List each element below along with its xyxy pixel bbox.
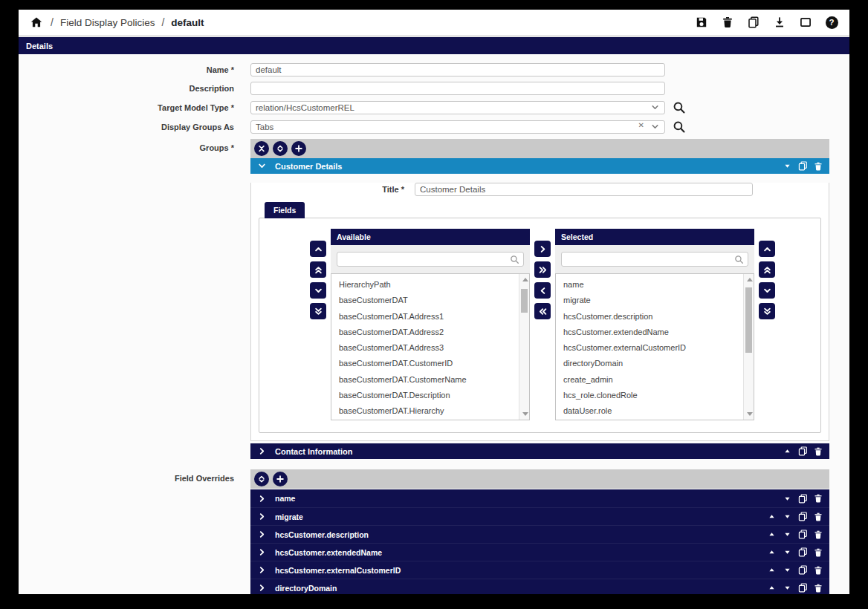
move-up-button[interactable] <box>766 565 777 576</box>
clone-group-button[interactable] <box>797 446 808 457</box>
field-override-row[interactable]: hcsCustomer.extendedName <box>250 543 829 561</box>
available-list-item[interactable]: baseCustomerDAT <box>331 293 529 308</box>
available-list-item[interactable]: baseCustomerDAT.Address1 <box>331 309 529 325</box>
move-left-button[interactable] <box>534 282 551 299</box>
clear-icon[interactable]: ✕ <box>638 121 644 129</box>
clone-row-button[interactable] <box>797 583 808 593</box>
add-field-override-button[interactable] <box>273 472 288 486</box>
group-title-input[interactable] <box>415 183 753 196</box>
available-list-item[interactable]: baseCustomerDAT.CustomerName <box>331 372 529 388</box>
move-down-button[interactable] <box>782 512 792 522</box>
display-groups-as-select[interactable]: ✕ <box>250 120 665 134</box>
move-top-button[interactable] <box>310 261 326 278</box>
selected-list-item[interactable]: hcsCustomer.extendedName <box>556 325 754 340</box>
move-down-button[interactable] <box>782 583 792 593</box>
move-down-button[interactable] <box>782 161 792 172</box>
field-override-row[interactable]: name <box>250 489 829 507</box>
breadcrumb-item-policies[interactable]: Field Display Policies <box>60 17 155 28</box>
display-groups-as-search-button[interactable] <box>673 120 686 134</box>
move-all-right-button[interactable] <box>534 261 551 278</box>
available-list-item[interactable]: baseCustomerDAT.Hierarchy <box>331 403 529 419</box>
delete-row-button[interactable] <box>813 530 823 540</box>
scroll-down-icon[interactable] <box>522 412 528 416</box>
clone-button[interactable] <box>746 15 761 30</box>
available-list-item[interactable]: baseCustomerDAT.CustomerID <box>331 356 529 371</box>
expand-all-button[interactable] <box>254 472 269 486</box>
delete-row-button[interactable] <box>813 512 823 522</box>
move-up-button[interactable] <box>766 583 777 593</box>
group-header-contact-information[interactable]: Contact Information <box>250 443 829 459</box>
move-down-button[interactable] <box>782 565 792 576</box>
home-button[interactable] <box>29 15 44 30</box>
move-up-button[interactable] <box>310 241 326 257</box>
available-list-item[interactable]: HierarchyPath <box>331 277 529 293</box>
clone-row-button[interactable] <box>797 547 808 558</box>
selected-list-item[interactable]: dataUser.role <box>556 403 754 419</box>
available-list-item[interactable]: baseCustomerDAT.Address3 <box>331 340 529 356</box>
delete-row-button[interactable] <box>813 565 823 576</box>
window-button[interactable] <box>798 15 813 30</box>
available-listbox[interactable]: HierarchyPath baseCustomerDAT baseCustom… <box>331 273 530 420</box>
delete-group-button[interactable] <box>813 446 823 457</box>
move-up-button[interactable] <box>766 547 777 558</box>
chevron-down-icon[interactable] <box>651 103 659 111</box>
collapse-all-button[interactable] <box>254 141 269 156</box>
field-override-row[interactable]: hcsCustomer.externalCustomerID <box>250 561 829 579</box>
available-search-input[interactable] <box>337 253 523 267</box>
move-top-button[interactable] <box>759 261 775 278</box>
delete-button[interactable] <box>720 15 735 30</box>
move-up-button[interactable] <box>766 512 777 522</box>
move-up-button[interactable] <box>766 530 777 540</box>
move-bottom-button[interactable] <box>310 303 326 319</box>
target-model-type-input[interactable] <box>250 101 665 114</box>
selected-list-item[interactable]: migrate <box>556 293 754 308</box>
move-up-button[interactable] <box>759 241 775 257</box>
delete-group-button[interactable] <box>813 161 823 172</box>
scroll-up-icon[interactable] <box>522 278 528 281</box>
scroll-down-icon[interactable] <box>747 412 753 416</box>
expand-all-button[interactable] <box>273 141 288 156</box>
move-down-button[interactable] <box>310 282 326 299</box>
move-up-button[interactable] <box>782 446 792 457</box>
field-override-row[interactable]: directoryDomain <box>250 579 829 594</box>
display-groups-as-input[interactable] <box>250 120 665 134</box>
selected-listbox[interactable]: name migrate hcsCustomer.description hcs… <box>555 273 754 420</box>
field-override-row[interactable]: hcsCustomer.description <box>250 525 829 543</box>
selected-scrollbar[interactable] <box>743 274 754 420</box>
available-list-item[interactable]: baseCustomerDAT.Address2 <box>331 325 529 340</box>
clone-row-button[interactable] <box>797 530 808 540</box>
delete-row-button[interactable] <box>813 547 823 558</box>
chevron-down-icon[interactable] <box>651 123 659 131</box>
scrollbar-thumb[interactable] <box>521 289 528 313</box>
selected-list-item[interactable]: hcsCustomer.externalCustomerID <box>556 340 754 356</box>
field-override-row[interactable]: migrate <box>250 507 829 525</box>
selected-list-item[interactable]: hcsCustomer.description <box>556 309 754 325</box>
move-bottom-button[interactable] <box>759 303 775 319</box>
selected-search-input[interactable] <box>562 253 748 267</box>
target-model-type-search-button[interactable] <box>673 101 686 114</box>
add-group-button[interactable] <box>291 141 306 156</box>
target-model-type-select[interactable] <box>250 100 665 114</box>
move-all-left-button[interactable] <box>534 303 551 319</box>
clone-row-button[interactable] <box>797 565 808 576</box>
delete-row-button[interactable] <box>813 583 823 593</box>
scroll-up-icon[interactable] <box>747 278 753 281</box>
clone-row-button[interactable] <box>797 512 808 522</box>
delete-row-button[interactable] <box>813 493 823 504</box>
tab-fields[interactable]: Fields <box>265 202 305 218</box>
move-down-button[interactable] <box>782 530 792 540</box>
selected-list-item[interactable]: name <box>556 277 754 293</box>
help-button[interactable]: ? <box>824 15 839 30</box>
selected-list-item[interactable]: hcs_role.clonedRole <box>556 388 754 403</box>
move-down-button[interactable] <box>782 493 792 504</box>
group-header-customer-details[interactable]: Customer Details <box>250 158 829 174</box>
name-input[interactable] <box>250 63 665 76</box>
clone-row-button[interactable] <box>797 493 808 504</box>
selected-list-item[interactable]: directoryDomain <box>556 356 754 371</box>
description-input[interactable] <box>250 82 665 95</box>
available-list-item[interactable]: baseCustomerDAT.Description <box>331 388 529 403</box>
move-down-button[interactable] <box>759 282 775 299</box>
available-scrollbar[interactable] <box>519 274 529 420</box>
scrollbar-thumb[interactable] <box>745 287 752 353</box>
move-down-button[interactable] <box>782 547 792 558</box>
